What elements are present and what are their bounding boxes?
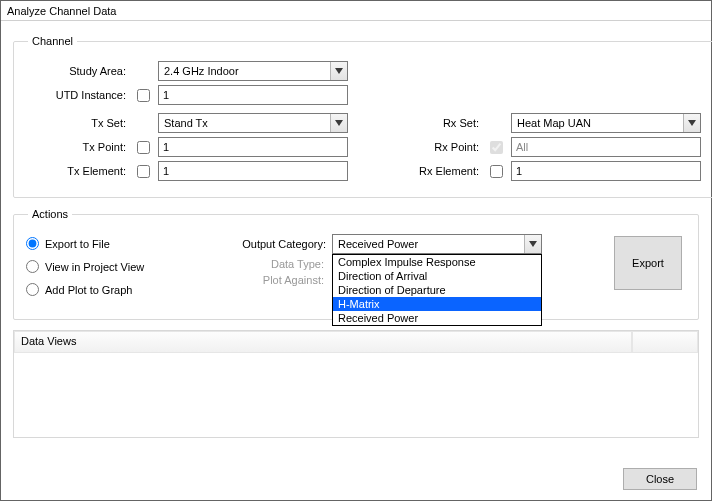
rx-element-checkbox[interactable] xyxy=(490,165,503,178)
tx-point-label: Tx Point: xyxy=(26,141,128,153)
tx-point-checkbox[interactable] xyxy=(137,141,150,154)
tx-point-input[interactable] xyxy=(158,137,348,157)
rx-point-label: Rx Point: xyxy=(396,141,481,153)
output-category-select[interactable]: Received Power xyxy=(332,234,542,254)
tx-element-label: Tx Element: xyxy=(26,165,128,177)
add-plot-to-graph-label: Add Plot to Graph xyxy=(45,284,132,296)
actions-radio-group: Export to File View in Project View Add … xyxy=(26,230,196,301)
chevron-down-icon xyxy=(330,62,347,80)
chevron-down-icon xyxy=(524,235,541,253)
study-area-value: 2.4 GHz Indoor xyxy=(164,65,239,77)
data-views-header: Data Views xyxy=(14,331,632,353)
view-in-project-label: View in Project View xyxy=(45,261,144,273)
rx-set-value: Heat Map UAN xyxy=(517,117,591,129)
rx-point-input xyxy=(511,137,701,157)
utd-instance-input[interactable] xyxy=(158,85,348,105)
rx-element-label: Rx Element: xyxy=(396,165,481,177)
rx-set-label: Rx Set: xyxy=(396,117,481,129)
actions-legend: Actions xyxy=(28,208,72,220)
actions-group: Actions Export to File View in Project V… xyxy=(13,208,699,320)
export-button[interactable]: Export xyxy=(614,236,682,290)
data-views-panel: Data Views xyxy=(13,330,699,438)
add-plot-to-graph-radio[interactable] xyxy=(26,283,39,296)
tx-element-checkbox[interactable] xyxy=(137,165,150,178)
data-views-body[interactable] xyxy=(14,353,698,437)
study-area-label: Study Area: xyxy=(26,65,128,77)
tx-element-input[interactable] xyxy=(158,161,348,181)
output-category-option[interactable]: Direction of Departure xyxy=(333,283,541,297)
output-category-dropdown-list[interactable]: Complex Impulse ResponseDirection of Arr… xyxy=(332,254,542,326)
rx-set-select[interactable]: Heat Map UAN xyxy=(511,113,701,133)
output-category-label: Output Category: xyxy=(214,238,326,250)
utd-instance-checkbox[interactable] xyxy=(137,89,150,102)
study-area-select[interactable]: 2.4 GHz Indoor xyxy=(158,61,348,81)
utd-instance-label: UTD Instance: xyxy=(26,89,128,101)
tx-set-select[interactable]: Stand Tx xyxy=(158,113,348,133)
actions-options: Output Category: Received Power Data Typ… xyxy=(214,230,584,290)
output-category-option[interactable]: Received Power xyxy=(333,311,541,325)
output-category-option[interactable]: Direction of Arrival xyxy=(333,269,541,283)
window-title: Analyze Channel Data xyxy=(7,5,116,17)
data-views-header-row: Data Views xyxy=(14,331,698,353)
chevron-down-icon xyxy=(330,114,347,132)
data-views-header-spacer xyxy=(632,331,698,353)
channel-legend: Channel xyxy=(28,35,77,47)
chevron-down-icon xyxy=(683,114,700,132)
output-category-value: Received Power xyxy=(338,238,418,250)
close-button-label: Close xyxy=(646,473,674,485)
export-to-file-radio[interactable] xyxy=(26,237,39,250)
rx-element-input[interactable] xyxy=(511,161,701,181)
tx-set-value: Stand Tx xyxy=(164,117,208,129)
export-to-file-label: Export to File xyxy=(45,238,110,250)
plot-against-label: Plot Against: xyxy=(214,274,326,286)
dialog-footer: Close xyxy=(623,468,697,490)
analyze-channel-data-window: Analyze Channel Data Channel Study Area:… xyxy=(0,0,712,501)
titlebar: Analyze Channel Data xyxy=(1,1,711,21)
window-content: Channel Study Area: 2.4 GHz Indoor UTD I… xyxy=(1,21,711,448)
channel-group: Channel Study Area: 2.4 GHz Indoor UTD I… xyxy=(13,35,712,198)
export-button-label: Export xyxy=(632,257,664,269)
data-type-label: Data Type: xyxy=(214,258,326,270)
view-in-project-radio[interactable] xyxy=(26,260,39,273)
output-category-option[interactable]: H-Matrix xyxy=(333,297,541,311)
rx-point-checkbox xyxy=(490,141,503,154)
output-category-option[interactable]: Complex Impulse Response xyxy=(333,255,541,269)
close-button[interactable]: Close xyxy=(623,468,697,490)
tx-set-label: Tx Set: xyxy=(26,117,128,129)
